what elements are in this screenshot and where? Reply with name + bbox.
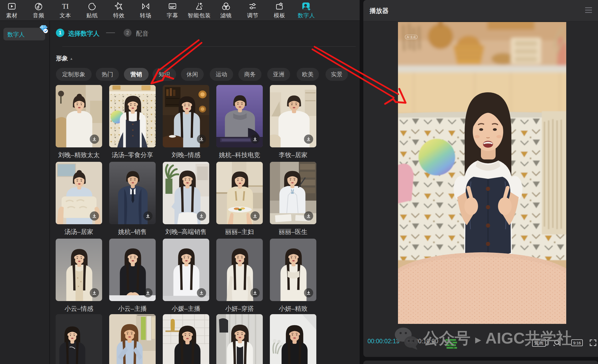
svg-text:AI 生成: AI 生成 <box>407 35 416 39</box>
